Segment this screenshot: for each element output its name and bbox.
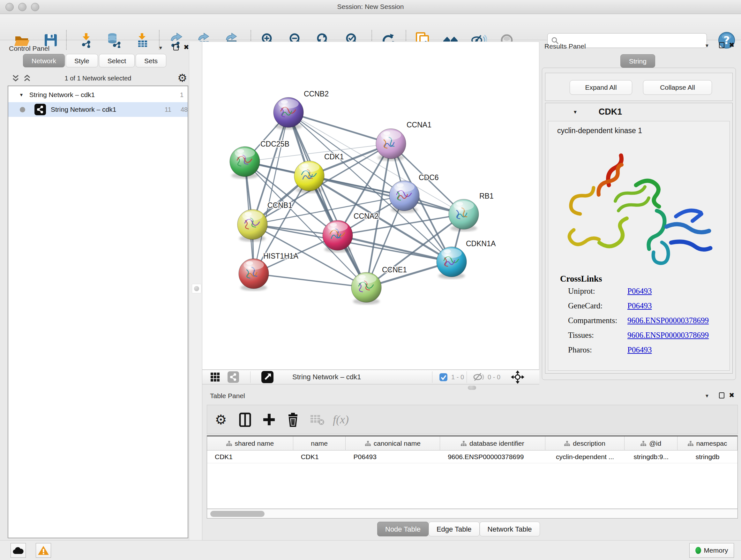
- status-bar: Memory: [0, 540, 741, 560]
- network-options-gear-icon[interactable]: ⚙: [178, 71, 187, 84]
- warning-status-button[interactable]: [36, 543, 51, 558]
- network-canvas[interactable]: CCNB2CCNA1CDC25BCDK1CDC6RB1CCNB1CCNA2CDK…: [202, 42, 539, 370]
- entry-collapse-icon[interactable]: ▼: [573, 109, 578, 115]
- protein-structure-image: [561, 147, 714, 268]
- tab-select[interactable]: Select: [99, 54, 135, 67]
- column-header-database-identifier[interactable]: database identifier: [440, 436, 545, 450]
- tab-edge-table[interactable]: Edge Table: [428, 522, 480, 537]
- network-edge-CCNB2-CCNA1[interactable]: [288, 112, 391, 144]
- selected-checkbox-icon[interactable]: [439, 370, 448, 384]
- crosslinks-heading: CrossLinks: [560, 274, 602, 284]
- network-edge-CCNA2-CDKN1A[interactable]: [338, 235, 452, 262]
- node-label-CCNA2: CCNA2: [354, 212, 379, 220]
- node-label-HIST1H1A: HIST1H1A: [263, 252, 299, 260]
- hidden-eye-icon[interactable]: [472, 370, 485, 384]
- import-network-database-icon[interactable]: [105, 30, 123, 50]
- results-panel-menu-icon[interactable]: ▼: [704, 43, 710, 48]
- detach-view-icon[interactable]: [261, 370, 274, 384]
- window-minimize-button[interactable]: [18, 3, 26, 11]
- network-edge-CDK1-RB1[interactable]: [309, 176, 464, 214]
- results-toolbar: Expand All Collapse All: [545, 73, 733, 101]
- column-header-description[interactable]: description: [545, 436, 625, 450]
- column-header-@id[interactable]: @id: [624, 436, 677, 450]
- node-table: shared namenamecanonical namedatabase id…: [207, 435, 738, 509]
- tab-style[interactable]: Style: [66, 54, 98, 67]
- scrollbar-thumb[interactable]: [210, 511, 265, 517]
- network-node-CDK1[interactable]: CDK1: [294, 152, 344, 193]
- grid-view-icon[interactable]: [210, 370, 220, 384]
- network-node-CDC6[interactable]: CDC6: [389, 173, 439, 213]
- main-toolbar: ?: [0, 14, 741, 40]
- tab-sets[interactable]: Sets: [136, 54, 166, 67]
- column-header-shared-name[interactable]: shared name: [207, 436, 293, 450]
- import-network-file-icon[interactable]: [77, 30, 96, 50]
- memory-button[interactable]: Memory: [689, 543, 734, 558]
- table-panel-close-icon[interactable]: ✖: [729, 391, 735, 399]
- table-cell-database-identifier[interactable]: 9606.ENSP00000378699: [440, 450, 545, 463]
- network-edge-CCNB2-HIST1H1A[interactable]: [254, 112, 288, 273]
- results-panel-float-icon[interactable]: [719, 42, 724, 48]
- import-table-file-icon[interactable]: [133, 30, 152, 50]
- delete-column-icon[interactable]: [284, 405, 302, 434]
- function-builder-icon[interactable]: f(x): [332, 405, 350, 434]
- collapse-all-button[interactable]: Collapse All: [643, 80, 712, 95]
- network-collection-row[interactable]: ▼ String Network – cdk1 1: [8, 87, 188, 102]
- results-tab-string[interactable]: String: [620, 54, 655, 68]
- network-name: String Network – cdk1: [292, 370, 361, 384]
- control-panel-menu-icon[interactable]: ▼: [158, 45, 163, 51]
- network-row[interactable]: String Network – cdk1 11 48: [8, 102, 188, 117]
- show-column-icon[interactable]: [236, 405, 254, 434]
- crosslink-row: GeneCard:P06493: [548, 301, 730, 316]
- crosslink-link[interactable]: P06493: [627, 346, 652, 354]
- delete-table-icon[interactable]: [308, 405, 327, 434]
- tab-network-table[interactable]: Network Table: [480, 522, 540, 537]
- control-panel-close-icon[interactable]: ✖: [184, 44, 189, 51]
- column-header-canonical-name[interactable]: canonical name: [346, 436, 440, 450]
- network-node-CCNA1[interactable]: CCNA1: [376, 121, 431, 161]
- window-zoom-button[interactable]: [31, 3, 39, 11]
- cloud-status-button[interactable]: [10, 543, 26, 558]
- results-panel-close-icon[interactable]: ✖: [729, 41, 735, 49]
- footer-separator: [250, 371, 251, 383]
- network-node-count: 11: [165, 106, 172, 113]
- namespace-tree-icon: [641, 441, 646, 446]
- network-node-HIST1H1A[interactable]: HIST1H1A: [239, 252, 299, 291]
- table-settings-gear-icon[interactable]: ⚙: [212, 405, 230, 434]
- crosslink-link[interactable]: 9606.ENSP00000378699: [627, 316, 709, 325]
- crosslink-link[interactable]: 9606.ENSP00000378699: [627, 331, 709, 340]
- table-cell-name[interactable]: CDK1: [293, 450, 346, 463]
- network-node-RB1[interactable]: RB1: [449, 192, 494, 232]
- table-cell-canonical-name[interactable]: P06493: [346, 450, 441, 463]
- column-header-name[interactable]: name: [293, 436, 346, 450]
- crosslink-link[interactable]: P06493: [627, 301, 652, 310]
- table-cell-@id[interactable]: stringdb:9...: [624, 450, 677, 463]
- tab-node-table[interactable]: Node Table: [377, 522, 428, 537]
- crosslink-label: GeneCard:: [568, 301, 603, 310]
- network-status-dot: [20, 107, 25, 112]
- table-cell-shared-name[interactable]: CDK1: [207, 450, 293, 463]
- table-panel-menu-icon[interactable]: ▼: [704, 393, 710, 398]
- network-label: String Network – cdk1: [51, 106, 116, 113]
- birds-eye-share-icon[interactable]: [227, 370, 239, 384]
- table-cell-namespac[interactable]: stringdb: [677, 450, 738, 463]
- column-header-namespac[interactable]: namespac: [677, 436, 738, 450]
- network-node-CDKN1A[interactable]: CDKN1A: [436, 240, 496, 279]
- memory-status-dot: [695, 547, 701, 554]
- network-edge-HIST1H1A-CCNE1[interactable]: [254, 273, 366, 287]
- collection-collapse-icon[interactable]: ▼: [19, 92, 23, 98]
- results-entry-header[interactable]: ▼ CDK1: [545, 103, 732, 120]
- network-edge-CCNB2-CCNE1[interactable]: [288, 112, 366, 287]
- horizontal-splitter-grip[interactable]: [468, 386, 476, 390]
- table-header-row: shared namenamecanonical namedatabase id…: [207, 436, 738, 450]
- control-panel-float-icon[interactable]: [173, 44, 179, 51]
- table-cell-description[interactable]: cyclin-dependent ...: [545, 450, 625, 463]
- tab-network[interactable]: Network: [23, 54, 65, 67]
- table-panel-float-icon[interactable]: [719, 392, 724, 398]
- fit-selected-crosshair-icon[interactable]: [511, 370, 525, 384]
- splitter-grip[interactable]: [192, 284, 201, 294]
- add-column-icon[interactable]: [260, 405, 278, 434]
- expand-all-button[interactable]: Expand All: [569, 80, 632, 95]
- window-close-button[interactable]: [5, 3, 14, 11]
- table-horizontal-scrollbar[interactable]: [207, 509, 738, 518]
- crosslink-link[interactable]: P06493: [627, 287, 652, 296]
